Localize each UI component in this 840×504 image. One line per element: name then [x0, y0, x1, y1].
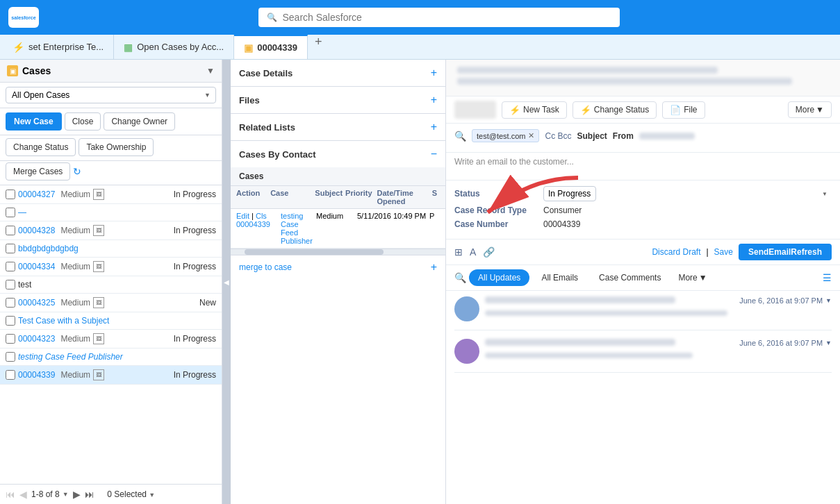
merge-to-case-link[interactable]: merge to case [239, 262, 292, 272]
list-item[interactable]: 00004334 Medium 🖼 In Progress [0, 258, 222, 276]
remove-email-tag-button[interactable]: ✕ [528, 131, 534, 140]
case-priority: Medium [60, 226, 90, 235]
edit-link[interactable]: Edit [236, 212, 249, 220]
status-select[interactable]: In Progress [543, 186, 596, 201]
table-row[interactable]: Edit | Cls 00004339 testing Case Feed Pu… [231, 209, 445, 249]
feed-filter-icon[interactable]: ☰ [823, 272, 832, 283]
search-bar[interactable]: 🔍 [258, 8, 620, 27]
list-item[interactable]: 00004327 Medium 🖼 In Progress [0, 185, 222, 204]
text-format-icon[interactable]: A [470, 246, 476, 258]
prev-page-button[interactable]: ◀ [19, 489, 27, 500]
link-icon[interactable]: 🔗 [483, 246, 495, 258]
list-item[interactable]: — [0, 204, 222, 221]
case-checkbox[interactable] [6, 208, 15, 217]
col-header-s: S [432, 189, 440, 205]
accordion-header-related-lists[interactable]: Related Lists + [231, 114, 445, 140]
middle-scrollbar[interactable] [231, 249, 445, 255]
tab-case-number[interactable]: ▣ 00004339 [234, 35, 308, 59]
tab-all-emails[interactable]: All Emails [532, 269, 587, 286]
list-item[interactable]: 00004339 Medium 🖼 In Progress [0, 366, 222, 385]
case-checkbox[interactable] [6, 280, 15, 289]
list-item[interactable]: 00004323 Medium 🖼 In Progress [0, 330, 222, 348]
case-number-link[interactable]: 00004325 [18, 298, 55, 308]
list-item[interactable]: testing Case Feed Publisher [0, 348, 222, 366]
new-case-button[interactable]: New Case [6, 112, 62, 131]
feed-time-dropdown-icon[interactable]: ▼ [825, 297, 832, 304]
sidebar-chevron-icon[interactable]: ▼ [206, 66, 215, 76]
case-checkbox[interactable] [6, 244, 15, 253]
case-status: In Progress [174, 190, 216, 199]
case-checkbox[interactable] [6, 298, 15, 308]
list-item[interactable]: Test Case with a Subject [0, 312, 222, 330]
feed-body-blurred [485, 353, 693, 358]
case-number-link[interactable]: 00004334 [18, 262, 55, 271]
case-checkbox[interactable] [6, 190, 15, 199]
send-email-button[interactable]: SendEmailRefresh [739, 244, 832, 260]
accordion-related-lists: Related Lists + [231, 114, 445, 141]
case-link[interactable]: 00004339 [236, 220, 270, 228]
tab-case-comments[interactable]: Case Comments [590, 269, 670, 286]
email-blurred-button[interactable] [454, 101, 496, 119]
feed-search-icon[interactable]: 🔍 [454, 272, 466, 283]
accordion-header-cases-by-contact[interactable]: Cases By Contact − [231, 141, 445, 167]
cases-filter-select[interactable]: All Open Cases [6, 87, 216, 103]
change-status-toolbar-button[interactable]: ⚡ Change Status [573, 101, 657, 119]
accordion-header-files[interactable]: Files + [231, 87, 445, 113]
take-ownership-button[interactable]: Take Ownership [79, 138, 154, 156]
add-tab-button[interactable]: + [308, 35, 329, 59]
case-checkbox[interactable] [6, 370, 15, 380]
feed-content: June 6, 2016 at 9:07 PM ▼ [485, 339, 832, 364]
case-number-link[interactable]: 00004323 [18, 334, 55, 344]
case-record-type-row: Case Record Type Consumer [454, 205, 832, 215]
case-status: In Progress [174, 262, 216, 271]
save-draft-link[interactable]: Save [714, 247, 733, 257]
first-page-button[interactable]: ⏮ [6, 489, 15, 500]
accordion-header-case-details[interactable]: Case Details + [231, 60, 445, 86]
email-compose-area: 🔍 test@test.com ✕ Cc Bcc Subject From [446, 124, 840, 153]
tab-set-enterprise[interactable]: ⚡ set Enterprise Te... [3, 35, 114, 59]
case-checkbox[interactable] [6, 226, 15, 235]
case-number-link[interactable]: 00004327 [18, 190, 55, 199]
list-item[interactable]: 00004325 Medium 🖼 New [0, 294, 222, 312]
table-format-icon[interactable]: ⊞ [454, 246, 463, 258]
accordion-files: Files + [231, 87, 445, 114]
main-layout: ▣ Cases ▼ All Open Cases New Case Close … [0, 60, 840, 504]
case-number-link[interactable]: 00004339 [18, 370, 55, 380]
last-page-button[interactable]: ⏭ [85, 489, 94, 500]
cases-table-header: Action Case Subject Priority Date/Time O… [231, 186, 445, 209]
list-item[interactable]: test [0, 276, 222, 294]
merge-cases-button[interactable]: Merge Cases [6, 162, 70, 180]
separator: | [706, 247, 708, 257]
email-body-area[interactable]: Write an email to the customer... [446, 153, 840, 180]
next-page-button[interactable]: ▶ [73, 489, 81, 500]
feed-time-dropdown-icon[interactable]: ▼ [825, 339, 832, 346]
search-input[interactable] [283, 12, 611, 23]
case-checkbox[interactable] [6, 334, 15, 344]
change-status-button[interactable]: Change Status [6, 138, 76, 156]
refresh-icon[interactable]: ↻ [73, 166, 81, 177]
list-item[interactable]: bbdgbdgbdgbdg [0, 240, 222, 258]
sidebar-toggle-handle[interactable]: ◀ [222, 60, 231, 504]
tab-all-updates[interactable]: All Updates [469, 269, 529, 286]
case-record-type-label: Case Record Type [454, 205, 538, 215]
search-icon[interactable]: 🔍 [454, 131, 466, 142]
more-toolbar-button[interactable]: More ▼ [788, 101, 832, 118]
tab-open-cases[interactable]: ▦ Open Cases by Acc... [114, 35, 234, 59]
email-to-row: 🔍 test@test.com ✕ Cc Bcc Subject From [454, 129, 832, 142]
case-checkbox[interactable] [6, 316, 15, 326]
discard-draft-link[interactable]: Discard Draft [652, 247, 700, 257]
case-number-link[interactable]: 00004328 [18, 226, 55, 235]
case-checkbox[interactable] [6, 352, 15, 362]
cc-bcc-button[interactable]: Cc Bcc [545, 131, 571, 141]
close-button[interactable]: Close [65, 112, 101, 131]
change-status-icon: ⚡ [580, 105, 591, 115]
file-button[interactable]: 📄 File [662, 101, 705, 119]
add-icon[interactable]: + [431, 261, 437, 274]
list-item[interactable]: 00004328 Medium 🖼 In Progress [0, 221, 222, 240]
change-owner-button[interactable]: Change Owner [104, 112, 175, 131]
feed-more-button[interactable]: More ▼ [673, 270, 712, 285]
cls-link[interactable]: Cls [256, 212, 267, 220]
case-checkbox[interactable] [6, 262, 15, 271]
case-priority: Medium [60, 334, 90, 344]
new-task-button[interactable]: ⚡ New Task [502, 101, 567, 119]
